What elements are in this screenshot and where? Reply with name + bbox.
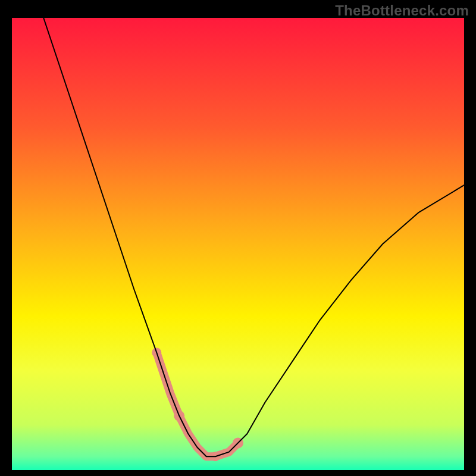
chart-frame: TheBottleneck.com: [0, 0, 476, 476]
chart-background: [12, 18, 464, 470]
plot-area: [12, 18, 464, 470]
watermark-text: TheBottleneck.com: [335, 2, 469, 19]
chart-svg: [12, 18, 464, 470]
